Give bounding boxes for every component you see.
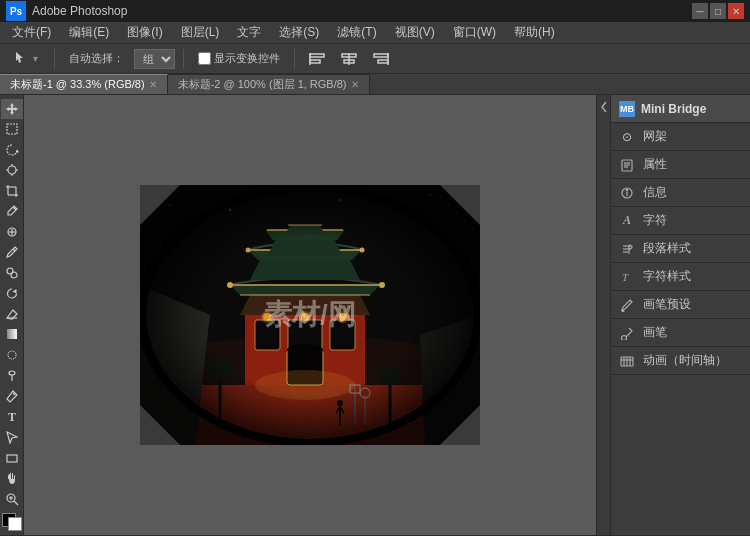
canvas-area: 素材/网 — [24, 95, 596, 535]
clone-tool[interactable] — [1, 263, 23, 283]
svg-rect-30 — [7, 329, 17, 339]
panel-item-brush-label: 画笔 — [643, 324, 667, 341]
svg-rect-2 — [310, 60, 320, 63]
menu-item-编辑(E)[interactable]: 编辑(E) — [61, 22, 117, 43]
canvas-content: 素材/网 — [24, 95, 596, 535]
animation-icon — [619, 353, 635, 369]
brush-preset-icon — [619, 297, 635, 313]
menu-item-文件(F)[interactable]: 文件(F) — [4, 22, 59, 43]
menu-item-图层(L)[interactable]: 图层(L) — [173, 22, 228, 43]
panel-item-character[interactable]: A 字符 — [611, 207, 750, 235]
svg-marker-28 — [12, 289, 16, 294]
show-transform-label[interactable]: 显示变换控件 — [192, 49, 286, 68]
menu-item-文字[interactable]: 文字 — [229, 22, 269, 43]
panel-item-char-style-label: 字符样式 — [643, 268, 691, 285]
align-center-btn[interactable] — [335, 50, 363, 68]
svg-marker-10 — [6, 103, 18, 115]
mini-bridge-title: Mini Bridge — [641, 102, 706, 116]
title-bar: Ps Adobe Photoshop ─ □ ✕ — [0, 0, 750, 22]
type-tool[interactable]: T — [1, 407, 23, 427]
svg-point-32 — [9, 371, 15, 375]
document-canvas — [140, 185, 480, 445]
tab-bar: 未标题-1 @ 33.3% (RGB/8) ✕ 未标题-2 @ 100% (图层… — [0, 74, 750, 95]
properties-icon — [619, 157, 635, 173]
tab-2-close[interactable]: ✕ — [351, 79, 359, 90]
toolbar: ▼ 自动选择： 组 显示变换控件 — [0, 44, 750, 74]
heal-tool[interactable] — [1, 222, 23, 242]
brush-tool[interactable] — [1, 243, 23, 263]
mini-bridge-icon: MB — [619, 101, 635, 117]
toolbar-sep-3 — [294, 49, 295, 69]
hand-tool[interactable] — [1, 468, 23, 488]
zoom-tool[interactable] — [1, 489, 23, 509]
right-panel: MB Mini Bridge ⊙ 网架 — [610, 95, 750, 535]
svg-rect-8 — [378, 60, 388, 63]
panel-item-network-label: 网架 — [643, 128, 667, 145]
eyedropper-tool[interactable] — [1, 202, 23, 222]
maximize-button[interactable]: □ — [710, 3, 726, 19]
move-tool[interactable] — [1, 99, 23, 119]
tab-1-close[interactable]: ✕ — [149, 79, 157, 90]
tab-2-label: 未标题-2 @ 100% (图层 1, RGB/8) — [178, 77, 347, 92]
magic-wand-tool[interactable] — [1, 161, 23, 181]
char-style-icon: T — [619, 269, 635, 285]
panel-item-char-style[interactable]: T 字符样式 — [611, 263, 750, 291]
minimize-button[interactable]: ─ — [692, 3, 708, 19]
app-title: Adobe Photoshop — [32, 4, 127, 18]
tab-1-label: 未标题-1 @ 33.3% (RGB/8) — [10, 77, 145, 92]
toolbar-sep-1 — [54, 49, 55, 69]
align-right-btn[interactable] — [367, 50, 395, 68]
menu-item-帮助(H)[interactable]: 帮助(H) — [506, 22, 563, 43]
tab-2[interactable]: 未标题-2 @ 100% (图层 1, RGB/8) ✕ — [168, 74, 370, 94]
pen-tool[interactable] — [1, 386, 23, 406]
dodge-tool[interactable] — [1, 366, 23, 386]
move-tool-btn[interactable]: ▼ — [6, 49, 46, 69]
panel-item-properties-label: 属性 — [643, 156, 667, 173]
menu-item-滤镜(T)[interactable]: 滤镜(T) — [329, 22, 384, 43]
network-icon: ⊙ — [619, 129, 635, 145]
panel-item-animation[interactable]: 动画（时间轴） — [611, 347, 750, 375]
window-controls: ─ □ ✕ — [692, 3, 744, 19]
align-left-btn[interactable] — [303, 50, 331, 68]
panel-item-brush-preset[interactable]: 画笔预设 — [611, 291, 750, 319]
svg-rect-11 — [7, 124, 17, 134]
character-icon: A — [619, 213, 635, 229]
app-logo: Ps — [6, 1, 26, 21]
path-selection-tool[interactable] — [1, 427, 23, 447]
svg-point-12 — [8, 166, 16, 174]
svg-rect-37 — [7, 455, 17, 462]
panel-item-network[interactable]: ⊙ 网架 — [611, 123, 750, 151]
marquee-tool[interactable] — [1, 120, 23, 140]
panel-item-animation-label: 动画（时间轴） — [643, 352, 727, 369]
panel-item-properties[interactable]: 属性 — [611, 151, 750, 179]
svg-rect-1 — [310, 54, 324, 57]
svg-marker-36 — [7, 432, 17, 443]
panel-collapse-button[interactable] — [596, 95, 610, 535]
blur-tool[interactable] — [1, 345, 23, 365]
menu-item-图像(I)[interactable]: 图像(I) — [119, 22, 170, 43]
menu-item-视图(V)[interactable]: 视图(V) — [387, 22, 443, 43]
crop-tool[interactable] — [1, 181, 23, 201]
auto-select-dropdown[interactable]: 组 — [134, 49, 175, 69]
panel-item-brush[interactable]: 画笔 — [611, 319, 750, 347]
show-transform-checkbox[interactable] — [198, 52, 211, 65]
close-button[interactable]: ✕ — [728, 3, 744, 19]
history-brush-tool[interactable] — [1, 284, 23, 304]
shape-tool[interactable] — [1, 448, 23, 468]
panel-item-paragraph-style[interactable]: 段落样式 — [611, 235, 750, 263]
svg-rect-7 — [374, 54, 388, 57]
svg-point-127 — [622, 335, 627, 340]
foreground-color[interactable] — [2, 513, 22, 531]
svg-line-39 — [14, 501, 18, 505]
tab-1[interactable]: 未标题-1 @ 33.3% (RGB/8) ✕ — [0, 74, 168, 94]
eraser-tool[interactable] — [1, 304, 23, 324]
panel-item-info[interactable]: 信息 — [611, 179, 750, 207]
panel-item-brush-preset-label: 画笔预设 — [643, 296, 691, 313]
menu-item-窗口(W)[interactable]: 窗口(W) — [445, 22, 504, 43]
gradient-tool[interactable] — [1, 325, 23, 345]
info-icon — [619, 185, 635, 201]
mini-bridge-header[interactable]: MB Mini Bridge — [611, 95, 750, 123]
svg-marker-0 — [16, 52, 23, 63]
menu-item-选择(S)[interactable]: 选择(S) — [271, 22, 327, 43]
lasso-tool[interactable] — [1, 140, 23, 160]
